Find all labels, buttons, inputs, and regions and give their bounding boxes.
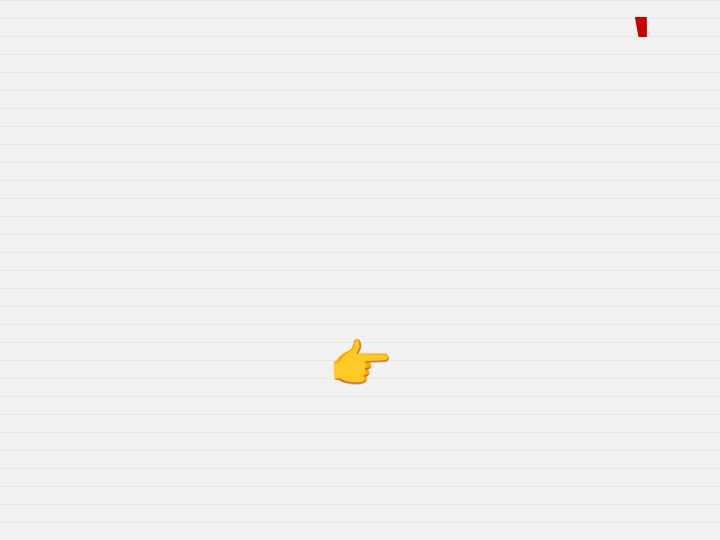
hand-cursor-icon: 👉 — [0, 338, 720, 390]
